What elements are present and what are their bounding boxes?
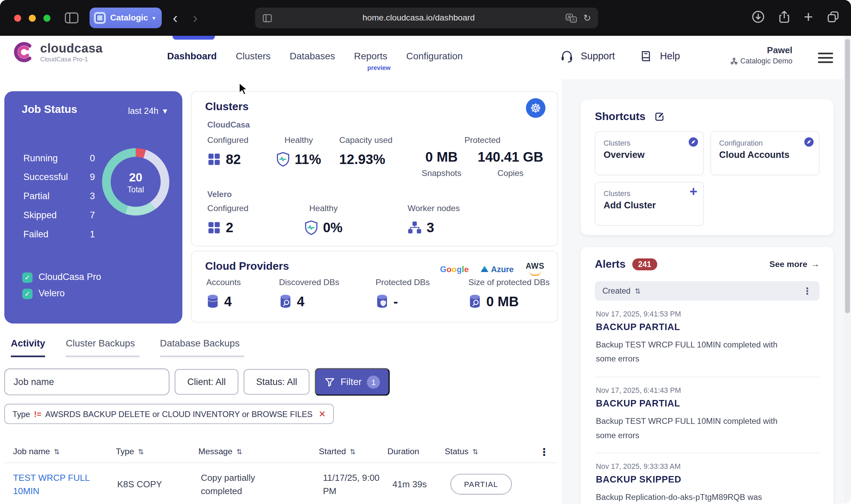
donut-total: 20 [129, 170, 142, 184]
tab-activity[interactable]: Activity [11, 338, 45, 357]
checkbox-checked[interactable]: ✓ [22, 272, 32, 282]
job-status-title: Job Status [22, 103, 77, 116]
filter-count-badge: 1 [367, 375, 380, 388]
col-job-name[interactable]: Job name⇅ [13, 447, 116, 457]
stat-value: 7 [90, 210, 95, 221]
job-status-stats: Running0 Successful9 Partial3 Skipped7 F… [23, 149, 95, 244]
checkbox-checked[interactable]: ✓ [22, 288, 32, 299]
forward-button[interactable]: › [193, 11, 198, 25]
col-message[interactable]: Message⇅ [198, 447, 319, 457]
alert-body: Backup TEST WRCP FULL 10MIN completed wi… [596, 338, 783, 366]
alert-item[interactable]: Nov 17, 2025, 9:41:53 PM BACKUP PARTIAL … [595, 301, 820, 377]
alert-item[interactable]: Nov 17, 2025, 6:41:43 PM BACKUP PARTIAL … [595, 377, 820, 454]
source-cloudcasa-pro[interactable]: ✓ CloudCasa Pro [22, 269, 101, 286]
source-velero[interactable]: ✓ Velero [22, 285, 101, 302]
nav-dashboard[interactable]: Dashboard [167, 50, 217, 62]
col-started[interactable]: Started⇅ [319, 447, 387, 457]
protected-label: Protected [412, 135, 553, 145]
shortcut-label: Overview [603, 150, 695, 161]
col-type[interactable]: Type⇅ [116, 447, 198, 457]
cloudcasa-logo-icon [12, 41, 35, 63]
translate-icon[interactable]: A [565, 13, 577, 23]
chip-close-icon[interactable]: ✕ [318, 409, 326, 419]
reload-icon[interactable]: ↻ [583, 12, 591, 24]
page-settings-icon[interactable] [263, 14, 272, 22]
nav-databases[interactable]: Databases [289, 50, 335, 62]
profile-switcher-button[interactable]: Catalogic ▾ [90, 8, 162, 28]
sort-icon[interactable]: ⇅ [350, 447, 356, 456]
support-label: Support [581, 50, 615, 62]
col-status[interactable]: Status⇅ [445, 447, 539, 457]
chip-field: Type [13, 409, 30, 418]
zoom-window-button[interactable] [43, 14, 50, 21]
protected-dbs-label: Protected DBs [376, 277, 430, 287]
brand[interactable]: cloudcasa CloudCasa Pro-1 [12, 41, 103, 63]
shortcut-category: Clusters [603, 139, 695, 147]
sidebar-toggle-button[interactable] [64, 12, 78, 24]
edit-shortcuts-icon[interactable] [654, 111, 665, 122]
worker-nodes-icon [407, 221, 421, 234]
shortcuts-title: Shortcuts [595, 110, 646, 123]
hamburger-menu-button[interactable] [818, 53, 833, 65]
user-name: Pawel [731, 45, 793, 55]
aws-logo: AWS [526, 262, 544, 276]
table-menu-kebab-icon[interactable]: ⋮ [539, 445, 557, 458]
nav-reports[interactable]: Reports preview [354, 50, 387, 62]
sort-icon[interactable]: ⇅ [54, 447, 60, 456]
address-bar[interactable]: home.cloudcasa.io/dashboard A ↻ [255, 8, 598, 28]
time-range-value: last 24h [128, 106, 159, 116]
time-range-select[interactable]: last 24h ▾ [128, 106, 167, 116]
status-filter-button[interactable]: Status: All [244, 369, 310, 395]
shortcut-clusters-overview[interactable]: Clusters Overview [595, 131, 704, 175]
book-icon [639, 49, 653, 63]
mouse-cursor [239, 83, 248, 98]
job-link[interactable]: TEST WRCP FULL 10MIN [13, 472, 100, 498]
org-icon [731, 58, 738, 65]
support-button[interactable]: Support [559, 49, 615, 63]
sort-icon[interactable]: ⇅ [138, 447, 144, 456]
db-accounts-icon [206, 294, 219, 308]
user-org: Catalogic Demo [740, 57, 792, 65]
help-button[interactable]: Help [639, 49, 680, 63]
alerts-kebab-icon[interactable]: ⋮ [803, 285, 812, 297]
see-more-link[interactable]: See more → [770, 259, 820, 269]
source-label: Velero [39, 288, 65, 299]
minimize-window-button[interactable] [29, 14, 36, 21]
tab-database-backups[interactable]: Database Backups [160, 338, 244, 357]
source-label: CloudCasa Pro [39, 272, 101, 283]
see-more-label: See more [770, 259, 807, 269]
tab-cluster-backups[interactable]: Cluster Backups [66, 338, 139, 357]
user-menu[interactable]: Pawel Catalogic Demo [731, 45, 793, 65]
browser-chrome: Catalogic ▾ ‹ › home.cloudcasa.io/dashbo… [0, 0, 851, 36]
plus-icon: + [689, 183, 697, 199]
cluster-icon [207, 221, 221, 234]
filter-chip[interactable]: Type != AWSRDS BACKUP DELETE or CLOUD IN… [4, 404, 334, 424]
job-name-input[interactable] [4, 369, 169, 395]
new-tab-button[interactable]: + [804, 9, 813, 25]
col-duration[interactable]: Duration [387, 447, 445, 457]
nav-clusters[interactable]: Clusters [236, 50, 271, 62]
alert-timestamp: Nov 17, 2025, 9:33:33 AM [596, 462, 819, 471]
sort-icon[interactable]: ⇅ [635, 287, 641, 295]
tab-overview-button[interactable] [827, 11, 839, 25]
downloads-button[interactable] [752, 10, 765, 26]
share-button[interactable] [779, 10, 790, 26]
sort-field-label[interactable]: Created [602, 286, 630, 295]
client-filter-button[interactable]: Client: All [175, 369, 238, 395]
sort-icon[interactable]: ⇅ [236, 447, 242, 456]
configured-value: 2 [226, 220, 233, 235]
filter-button[interactable]: Filter 1 [315, 368, 390, 396]
stat-value: 9 [90, 172, 95, 183]
shortcut-add-cluster[interactable]: Clusters Add Cluster + [595, 182, 704, 226]
sort-icon[interactable]: ⇅ [472, 447, 478, 456]
shortcut-cloud-accounts[interactable]: Configuration Cloud Accounts [711, 131, 820, 175]
worker-nodes-value: 3 [427, 220, 434, 235]
nav-configuration[interactable]: Configuration [406, 50, 463, 62]
size-protected-dbs-value: 0 MB [486, 293, 519, 309]
stat-label: Successful [23, 172, 68, 183]
close-window-button[interactable] [14, 14, 21, 21]
alert-item[interactable]: Nov 17, 2025, 9:33:33 AM BACKUP SKIPPED … [595, 453, 820, 504]
scrollbar-thumb[interactable] [845, 39, 850, 313]
back-button[interactable]: ‹ [173, 11, 178, 25]
jobs-table-header: Job name⇅ Type⇅ Message⇅ Started⇅ Durati… [4, 441, 557, 463]
